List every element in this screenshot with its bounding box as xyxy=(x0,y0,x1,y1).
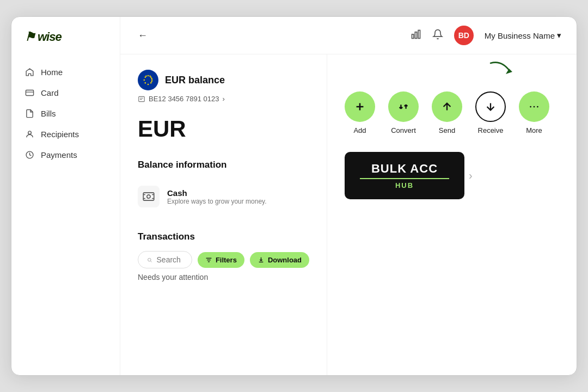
content-area: EUR balance BE12 3456 7891 0123 › EUR Ba… xyxy=(120,54,577,375)
sidebar-item-home[interactable]: Home xyxy=(11,62,120,82)
actions-container: Add Convert Send xyxy=(345,70,559,134)
cash-row: Cash Explore ways to grow your money. xyxy=(138,179,309,214)
convert-button[interactable] xyxy=(388,91,419,122)
transactions-title: Transactions xyxy=(138,231,195,242)
sidebar-item-bills[interactable]: Bills xyxy=(11,103,120,124)
svg-point-16 xyxy=(149,76,150,77)
svg-point-10 xyxy=(150,82,151,83)
svg-point-13 xyxy=(144,79,145,81)
download-button[interactable]: Download xyxy=(250,252,309,268)
convert-label: Convert xyxy=(391,126,416,134)
filter-row: Filters Download xyxy=(138,251,309,268)
payments-icon xyxy=(24,150,34,160)
logo-flag-icon: ⚑ xyxy=(24,30,35,44)
add-label: Add xyxy=(353,126,366,134)
cash-description: Explore ways to grow your money. xyxy=(167,198,267,205)
download-label: Download xyxy=(268,256,302,264)
sidebar-item-home-label: Home xyxy=(41,68,63,77)
home-icon xyxy=(24,67,34,77)
svg-marker-33 xyxy=(506,69,512,74)
app-window: ⚑ wise Home Card Bills Recipi xyxy=(11,16,577,376)
notification-icon[interactable] xyxy=(432,29,443,42)
needs-attention: Needs your attention xyxy=(138,273,309,281)
receive-button[interactable] xyxy=(475,91,506,122)
main-content: ← BD My Business Name ▾ xyxy=(120,17,577,375)
filters-label: Filters xyxy=(216,256,237,264)
sidebar-item-recipients-label: Recipients xyxy=(41,130,79,139)
cash-label: Cash xyxy=(167,188,267,198)
arrow-annotation xyxy=(485,59,518,78)
more-button-wrap[interactable]: More xyxy=(519,91,549,134)
svg-point-39 xyxy=(534,106,535,108)
sidebar: ⚑ wise Home Card Bills Recipi xyxy=(11,17,120,375)
search-input[interactable] xyxy=(157,255,183,264)
balance-info-section: Balance information Cash Explore ways to… xyxy=(138,160,309,214)
logo-area: ⚑ wise xyxy=(11,30,120,62)
banner-area: BULK ACC HUB › xyxy=(345,152,559,199)
right-panel: Add Convert Send xyxy=(327,54,577,375)
svg-point-28 xyxy=(148,258,151,261)
balance-header: EUR balance xyxy=(138,70,309,90)
svg-rect-0 xyxy=(26,90,33,95)
eu-flag xyxy=(138,70,158,90)
transactions-header: Transactions xyxy=(138,231,309,242)
svg-line-29 xyxy=(151,261,152,262)
back-button[interactable]: ← xyxy=(136,28,150,44)
svg-rect-6 xyxy=(418,30,420,38)
svg-point-7 xyxy=(148,75,149,76)
banner-subtitle: HUB xyxy=(395,181,414,189)
banner: BULK ACC HUB xyxy=(345,152,464,199)
add-button[interactable] xyxy=(345,91,375,122)
balance-title: EUR balance xyxy=(165,75,225,86)
svg-point-12 xyxy=(145,82,146,83)
svg-point-9 xyxy=(151,79,152,81)
sidebar-item-bills-label: Bills xyxy=(41,109,56,118)
sidebar-item-payments[interactable]: Payments xyxy=(11,144,120,165)
business-name[interactable]: My Business Name ▾ xyxy=(485,30,561,40)
svg-point-40 xyxy=(537,106,538,108)
receive-button-wrap[interactable]: Receive xyxy=(475,91,506,134)
svg-point-8 xyxy=(150,77,151,78)
recipients-icon xyxy=(24,129,34,139)
svg-point-15 xyxy=(145,76,146,77)
send-button[interactable] xyxy=(432,91,462,122)
avatar[interactable]: BD xyxy=(454,26,474,45)
sidebar-item-card-label: Card xyxy=(41,88,59,97)
svg-point-38 xyxy=(530,106,531,108)
svg-point-14 xyxy=(145,77,146,78)
search-box[interactable] xyxy=(138,251,192,268)
card-icon xyxy=(24,88,34,97)
action-buttons: Add Convert Send xyxy=(345,91,559,134)
chevron-down-icon: ▾ xyxy=(557,30,561,40)
left-panel: EUR balance BE12 3456 7891 0123 › EUR Ba… xyxy=(120,54,327,375)
svg-rect-5 xyxy=(415,32,416,38)
banner-title: BULK ACC xyxy=(371,162,438,176)
receive-label: Receive xyxy=(478,126,504,134)
more-button[interactable] xyxy=(519,91,549,122)
wise-logo: ⚑ wise xyxy=(24,30,107,44)
add-button-wrap[interactable]: Add xyxy=(345,91,375,134)
svg-point-11 xyxy=(148,84,149,85)
send-label: Send xyxy=(439,126,455,134)
filters-button[interactable]: Filters xyxy=(198,252,244,268)
cash-info: Cash Explore ways to grow your money. xyxy=(167,188,267,205)
logo-text: wise xyxy=(38,30,62,44)
svg-point-18 xyxy=(151,81,152,82)
svg-point-2 xyxy=(28,131,31,134)
sidebar-item-recipients[interactable]: Recipients xyxy=(11,124,120,144)
currency-display: EUR xyxy=(138,116,309,142)
analytics-icon[interactable] xyxy=(411,29,421,42)
more-label: More xyxy=(526,126,542,134)
sidebar-item-payments-label: Payments xyxy=(41,150,77,160)
send-button-wrap[interactable]: Send xyxy=(432,91,462,134)
header-icons: BD My Business Name ▾ xyxy=(411,26,561,45)
svg-rect-4 xyxy=(412,34,413,39)
bills-icon xyxy=(24,108,34,118)
cash-icon xyxy=(138,186,160,207)
sidebar-item-card[interactable]: Card xyxy=(11,82,120,103)
svg-point-23 xyxy=(147,195,150,198)
banner-chevron-icon[interactable]: › xyxy=(469,169,473,182)
convert-button-wrap[interactable]: Convert xyxy=(388,91,419,134)
account-number[interactable]: BE12 3456 7891 0123 › xyxy=(138,95,309,103)
svg-point-17 xyxy=(151,78,152,79)
